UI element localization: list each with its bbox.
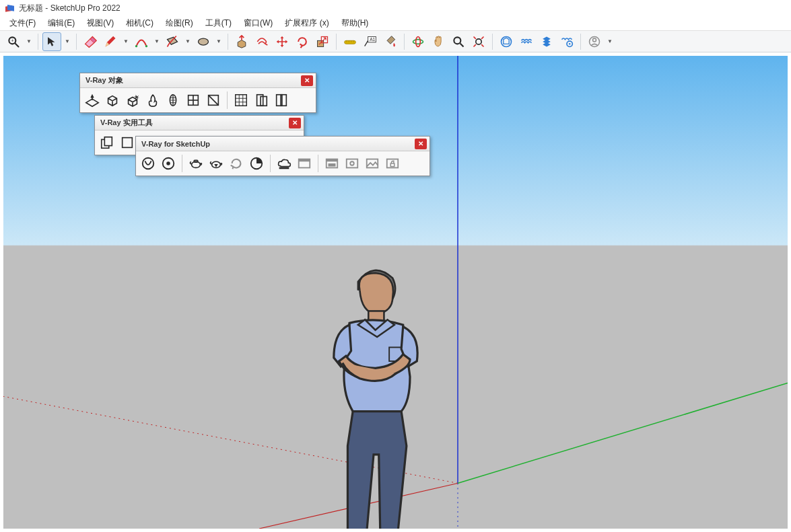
vray-cloud-icon[interactable] <box>275 154 294 173</box>
close-icon[interactable]: ✕ <box>301 75 313 86</box>
svg-rect-54 <box>123 138 133 148</box>
close-icon[interactable]: ✕ <box>289 118 301 128</box>
svg-rect-69 <box>299 159 310 162</box>
close-icon[interactable]: ✕ <box>415 139 427 149</box>
panel-header[interactable]: V-Ray 实用工具 ✕ <box>95 116 304 130</box>
svg-point-17 <box>413 39 423 44</box>
pushpull-icon[interactable] <box>232 32 251 51</box>
svg-point-62 <box>166 161 170 165</box>
panel-title: V-Ray 实用工具 <box>100 118 153 128</box>
arc-icon[interactable] <box>132 32 151 51</box>
title-bar: 无标题 - SketchUp Pro 2022 <box>0 0 791 16</box>
zoom-icon[interactable] <box>449 32 468 51</box>
menu-tools[interactable]: 工具(T) <box>200 16 237 30</box>
menu-edit[interactable]: 编辑(E) <box>42 16 80 30</box>
svg-point-19 <box>454 37 460 44</box>
svg-rect-10 <box>345 40 356 44</box>
vray-teapot-rt-icon[interactable] <box>207 154 226 173</box>
zoom-extents-icon[interactable] <box>469 32 488 51</box>
paint-bucket-icon[interactable] <box>381 32 400 51</box>
circle-dropdown[interactable]: ▼ <box>214 38 223 44</box>
vray-target-icon[interactable] <box>159 154 178 173</box>
vray-frame-icon[interactable] <box>343 154 362 173</box>
viewport-3d[interactable]: V-Ray 对象 ✕ V-Ray 实用工具 ✕ <box>0 52 791 532</box>
orbit-icon[interactable] <box>409 32 427 51</box>
vray-box-icon[interactable] <box>103 91 122 110</box>
vray-box-spark-icon[interactable] <box>123 91 142 110</box>
menu-camera[interactable]: 相机(C) <box>121 16 159 30</box>
svg-point-60 <box>143 158 154 169</box>
extensions-store-icon[interactable] <box>517 32 536 51</box>
svg-text:A1: A1 <box>370 37 375 42</box>
search-dropdown[interactable]: ▼ <box>24 38 34 44</box>
svg-rect-77 <box>390 163 394 167</box>
vray-batch-icon[interactable] <box>322 154 341 173</box>
svg-rect-53 <box>104 137 112 146</box>
window-title: 无标题 - SketchUp Pro 2022 <box>19 3 121 14</box>
vray-feather-icon[interactable] <box>164 91 182 110</box>
panel-vray-objects[interactable]: V-Ray 对象 ✕ <box>79 73 316 113</box>
vray-loop-icon[interactable] <box>227 154 246 173</box>
eraser-icon[interactable] <box>81 32 100 51</box>
rectangle-icon[interactable] <box>163 32 182 51</box>
app-icon <box>4 3 15 13</box>
menu-view[interactable]: 视图(V) <box>81 16 119 30</box>
vray-lock-icon[interactable] <box>383 154 402 173</box>
select-arrow-icon[interactable] <box>42 32 61 51</box>
move-icon[interactable] <box>273 32 291 51</box>
svg-text:+: + <box>11 38 14 42</box>
user-profile-icon[interactable] <box>585 32 604 51</box>
vray-bookmark2-icon[interactable] <box>272 91 291 110</box>
vray-logo-icon[interactable] <box>139 154 158 173</box>
circle-icon[interactable] <box>194 32 213 51</box>
rotate-icon[interactable] <box>293 32 312 51</box>
select-dropdown[interactable]: ▼ <box>63 38 72 44</box>
vray-image-icon[interactable] <box>363 154 382 173</box>
extensions-manage-icon[interactable] <box>537 32 556 51</box>
scale-icon[interactable] <box>313 32 332 51</box>
rectangle-dropdown[interactable]: ▼ <box>183 38 193 44</box>
svg-point-24 <box>569 43 571 45</box>
panel-header[interactable]: V-Ray for SketchUp ✕ <box>136 137 429 151</box>
vray-gridgrid-icon[interactable] <box>232 91 250 110</box>
arc-dropdown[interactable]: ▼ <box>152 38 162 44</box>
menu-bar: 文件(F) 编辑(E) 视图(V) 相机(C) 绘图(R) 工具(T) 窗口(W… <box>0 16 791 31</box>
vray-bookmark-icon[interactable] <box>252 91 271 110</box>
vray-note-icon[interactable] <box>118 133 137 152</box>
menu-help[interactable]: 帮助(H) <box>336 16 374 30</box>
vray-teapot-icon[interactable] <box>186 154 205 173</box>
vray-window-icon[interactable] <box>204 91 223 110</box>
user-dropdown[interactable]: ▼ <box>605 38 615 44</box>
vray-copies-icon[interactable] <box>98 133 116 152</box>
svg-rect-73 <box>347 159 358 168</box>
svg-line-28 <box>458 383 788 484</box>
svg-point-74 <box>350 161 354 165</box>
menu-draw[interactable]: 绘图(R) <box>160 16 199 30</box>
pan-icon[interactable] <box>429 32 448 51</box>
panel-vray-main[interactable]: V-Ray for SketchUp ✕ <box>135 136 430 176</box>
vray-plane-icon[interactable] <box>83 91 102 110</box>
svg-rect-49 <box>261 97 267 106</box>
panel-header[interactable]: V-Ray 对象 ✕ <box>80 73 316 88</box>
svg-point-18 <box>416 36 421 46</box>
svg-point-6 <box>145 45 147 47</box>
vray-fire-icon[interactable] <box>143 91 162 110</box>
main-toolbar: + ▼ ▼ ▼ ▼ ▼ ▼ A1 <box>0 31 791 52</box>
svg-rect-67 <box>279 167 289 169</box>
layers-settings-icon[interactable] <box>557 32 576 51</box>
vray-grid-icon[interactable] <box>184 91 203 110</box>
menu-file[interactable]: 文件(F) <box>4 16 41 30</box>
menu-window[interactable]: 窗口(W) <box>238 16 278 30</box>
pencil-icon[interactable] <box>101 32 120 51</box>
svg-point-7 <box>199 38 209 45</box>
vray-timer-icon[interactable] <box>247 154 266 173</box>
panel-title: V-Ray for SketchUp <box>141 140 210 148</box>
search-icon[interactable]: + <box>4 32 23 51</box>
vray-vfb-icon[interactable] <box>295 154 314 173</box>
tape-measure-icon[interactable] <box>341 32 359 51</box>
text-label-icon[interactable]: A1 <box>361 32 380 51</box>
warehouse-icon[interactable] <box>497 32 516 51</box>
offset-icon[interactable] <box>252 32 271 51</box>
menu-ext[interactable]: 扩展程序 (x) <box>279 16 334 30</box>
pencil-dropdown[interactable]: ▼ <box>121 38 131 44</box>
